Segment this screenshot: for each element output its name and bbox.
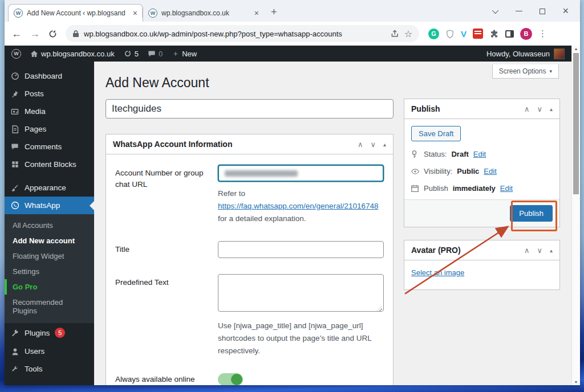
page-title: Add New Account (106, 75, 394, 91)
tab-title: wp.blogsandbox.co.uk (161, 9, 250, 17)
metabox-header[interactable]: WhatsApp Account Information ∧ ∨ ▴ (106, 134, 393, 154)
publish-footer: Publish (404, 199, 559, 227)
always-available-toggle[interactable] (218, 373, 243, 385)
user-account-menu[interactable]: Howdy, Oluwaseun (486, 48, 565, 59)
updates-menu[interactable]: 5 (124, 50, 139, 58)
back-button[interactable]: ← (11, 28, 22, 40)
sidebar-item-plugins[interactable]: Plugins 5 (5, 323, 94, 342)
submenu-floating-widget[interactable]: Floating Widget (5, 248, 94, 264)
sidebar-item-posts[interactable]: Posts (5, 85, 94, 103)
share-icon[interactable] (391, 29, 400, 38)
edit-schedule-link[interactable]: Edit (500, 184, 513, 193)
red-extension-icon[interactable] (473, 28, 483, 39)
scroll-up-icon[interactable]: ▲ (572, 47, 580, 51)
scroll-down-icon[interactable]: ▼ (572, 380, 580, 384)
profile-avatar[interactable]: B (520, 28, 532, 40)
forward-button[interactable]: → (30, 28, 40, 40)
new-content-menu[interactable]: ＋ New (172, 48, 197, 59)
close-tab-icon[interactable]: × (254, 9, 259, 17)
faq-link[interactable]: https://faq.whatsapp.com/en/general/2101… (218, 200, 384, 213)
user-avatar (554, 48, 565, 59)
collapse-toggle-icon[interactable]: ▴ (383, 141, 386, 148)
schedule-row: Publish immediately Edit (411, 184, 553, 193)
sidebar-item-users[interactable]: Users (5, 342, 94, 360)
submenu-add-new-account[interactable]: Add New account (5, 233, 94, 248)
tab-search-icon[interactable] (494, 9, 498, 14)
side-panel-icon[interactable] (505, 30, 514, 38)
new-label: New (182, 50, 197, 58)
new-tab-button[interactable]: + (271, 6, 277, 18)
close-tab-icon[interactable]: × (133, 9, 137, 17)
lock-icon (72, 30, 79, 38)
collapse-toggle-icon[interactable]: ▴ (550, 106, 553, 112)
wp-admin-bar: W wp.blogsandbox.co.uk 5 (5, 46, 571, 62)
browser-menu-icon[interactable]: ⋮ (538, 28, 547, 39)
tab-title: Add New Account ‹ wp.blogsand (27, 9, 129, 17)
extension-icons: G V B ⋮ (428, 28, 547, 40)
screen-options-button[interactable]: Screen Options ▾ (492, 64, 559, 79)
publish-header[interactable]: Publish ∧ ∨ ▴ (404, 99, 559, 119)
move-up-icon[interactable]: ∧ (358, 140, 363, 149)
minimize-button[interactable] (516, 11, 522, 12)
submenu-all-accounts[interactable]: All Accounts (5, 218, 94, 233)
sidebar-item-dashboard[interactable]: Dashboard (5, 67, 94, 85)
save-draft-button[interactable]: Save Draft (411, 126, 461, 141)
visibility-row: Visibility: Public Edit (411, 167, 553, 175)
sidebar-item-appearance[interactable]: Appearance (5, 179, 94, 197)
sidebar-item-content-blocks[interactable]: Content Blocks (5, 156, 94, 173)
status-label: Status: (424, 150, 447, 158)
sidebar-item-comments[interactable]: Comments (5, 138, 94, 156)
whatsapp-submenu: All Accounts Add New account Floating Wi… (5, 214, 94, 323)
account-help-text: Refer to https://faq.whatsapp.com/en/gen… (218, 187, 384, 225)
window-controls: × (494, 5, 577, 22)
select-image-link[interactable]: Select an image (411, 268, 464, 277)
submenu-settings[interactable]: Settings (5, 264, 94, 279)
sidebar-item-label: Users (25, 347, 44, 356)
shield-icon[interactable] (445, 29, 455, 39)
address-bar[interactable]: wp.blogsandbox.co.uk/wp-admin/post-new.p… (66, 25, 419, 42)
predefined-text-textarea[interactable] (218, 274, 384, 312)
comments-menu[interactable]: 0 (148, 50, 163, 58)
move-up-icon[interactable]: ∧ (524, 246, 530, 255)
sidebar-item-media[interactable]: Media (5, 103, 94, 120)
close-window-button[interactable]: × (562, 5, 569, 17)
edit-status-link[interactable]: Edit (473, 150, 486, 158)
status-pin-icon (411, 150, 419, 158)
sidebar-item-whatsapp[interactable]: WhatsApp (5, 197, 94, 214)
avatar-header[interactable]: Avatar (PRO) ∧ ∨ ▴ (404, 240, 559, 260)
tab-add-new-account[interactable]: W Add New Account ‹ wp.blogsand × (8, 4, 143, 22)
avatar-title: Avatar (PRO) (411, 246, 524, 255)
account-title-input[interactable] (218, 241, 384, 258)
move-up-icon[interactable]: ∧ (524, 105, 530, 113)
move-down-icon[interactable]: ∨ (537, 105, 542, 113)
comments-count: 0 (159, 50, 163, 58)
move-down-icon[interactable]: ∨ (537, 246, 542, 255)
submenu-go-pro[interactable]: Go Pro (5, 279, 94, 295)
vimeo-icon[interactable]: V (461, 29, 467, 39)
post-title-input[interactable] (106, 99, 394, 119)
account-number-blurred-value (225, 170, 298, 177)
bookmark-star-icon[interactable]: ☆ (404, 28, 412, 39)
wordpress-favicon-icon: W (14, 9, 23, 18)
reload-button[interactable] (48, 29, 58, 39)
site-name-menu[interactable]: wp.blogsandbox.co.uk (30, 50, 115, 58)
tab-blogsandbox[interactable]: W wp.blogsandbox.co.uk × (143, 4, 264, 22)
browser-window: W Add New Account ‹ wp.blogsand × W wp.b… (5, 0, 580, 385)
sidebar-item-tools[interactable]: Tools (5, 360, 94, 378)
collapse-toggle-icon[interactable]: ▴ (550, 247, 553, 254)
wp-logo-menu[interactable]: W (11, 49, 21, 59)
maximize-button[interactable] (540, 9, 545, 14)
sidebar-item-pages[interactable]: Pages (5, 120, 94, 138)
submenu-recommended-plugins[interactable]: Recommended Plugins (5, 295, 94, 318)
account-number-input[interactable] (218, 165, 384, 182)
move-down-icon[interactable]: ∨ (370, 140, 376, 149)
plugins-count-badge: 5 (55, 328, 65, 338)
grammarly-icon[interactable]: G (428, 28, 439, 39)
plus-icon: ＋ (172, 48, 179, 59)
publish-button[interactable]: Publish (510, 205, 553, 222)
sidebar-item-label: Comments (25, 142, 62, 151)
edit-visibility-link[interactable]: Edit (484, 167, 496, 175)
page-scrollbar[interactable]: ▲ ▼ (571, 46, 580, 385)
extensions-puzzle-icon[interactable] (489, 29, 499, 39)
scrollbar-thumb[interactable] (573, 53, 579, 194)
